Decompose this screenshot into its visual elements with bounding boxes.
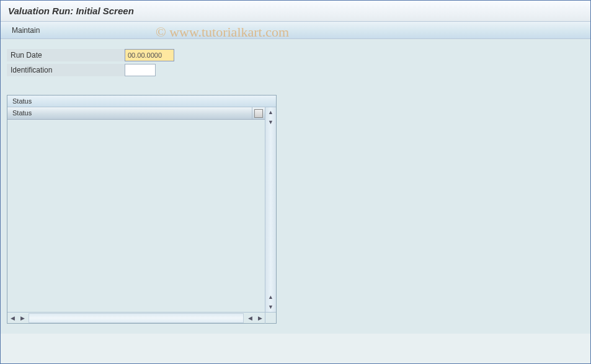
scroll-left-end-icon[interactable]: ◀ (245, 313, 255, 323)
scroll-corner (265, 313, 276, 324)
scroll-up-bottom-icon[interactable]: ▲ (266, 292, 276, 302)
status-table-rows (7, 120, 265, 312)
status-panel: Status Status ▲ ▼ ▲ ▼ ◀ ▶ (7, 95, 277, 324)
select-all-checkbox-icon[interactable] (254, 109, 263, 118)
identification-row: Identification (7, 64, 584, 76)
run-date-label: Run Date (7, 49, 125, 61)
status-table: Status (7, 107, 265, 312)
maintain-button[interactable]: Maintain (8, 25, 43, 36)
hscroll-track[interactable] (29, 313, 244, 323)
identification-input[interactable] (125, 64, 156, 76)
application-toolbar: Maintain (1, 22, 590, 39)
column-header-row: Status (7, 107, 265, 120)
identification-label: Identification (7, 64, 125, 76)
scroll-right-icon[interactable]: ▶ (17, 313, 27, 323)
horizontal-scrollbar[interactable]: ◀ ▶ ◀ ▶ (7, 312, 276, 323)
status-panel-title: Status (7, 95, 276, 107)
run-date-row: Run Date (7, 49, 584, 61)
scroll-down-bottom-icon[interactable]: ▼ (266, 302, 276, 312)
scroll-down-icon[interactable]: ▼ (266, 117, 276, 127)
page-title: Valuation Run: Initial Screen (8, 6, 583, 16)
scroll-right-end-icon[interactable]: ▶ (255, 313, 265, 323)
select-all-column[interactable] (252, 107, 265, 119)
status-column-header[interactable]: Status (7, 107, 252, 119)
scroll-up-icon[interactable]: ▲ (266, 107, 276, 117)
status-panel-body: Status ▲ ▼ ▲ ▼ (7, 107, 276, 312)
content-area: Run Date Identification Status Status ▲ … (1, 39, 590, 334)
run-date-input[interactable] (125, 49, 174, 61)
vertical-scrollbar[interactable]: ▲ ▼ ▲ ▼ (265, 107, 276, 312)
title-bar: Valuation Run: Initial Screen (1, 1, 590, 22)
scroll-left-icon[interactable]: ◀ (7, 313, 17, 323)
